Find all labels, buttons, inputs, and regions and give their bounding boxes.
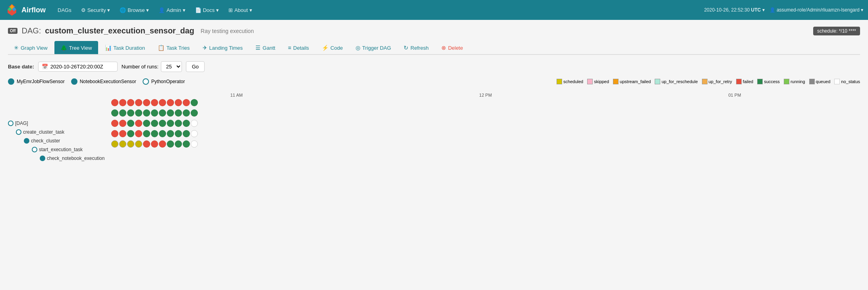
cell[interactable] [119,120,126,127]
tree-node-check-cluster[interactable]: check_cluster [24,138,111,144]
tab-gantt[interactable]: ☰ Gantt [249,41,281,54]
tab-details[interactable]: ≡ Details [282,41,315,54]
cell[interactable] [119,130,126,137]
cell[interactable] [127,120,134,127]
cell[interactable] [111,130,118,137]
cell[interactable] [151,99,158,106]
nav-docs[interactable]: 📄 Docs ▾ [191,5,223,16]
cell[interactable] [183,120,190,127]
cell[interactable] [183,99,190,106]
nav-security[interactable]: ⚙ Security ▾ [77,5,114,16]
cell[interactable] [191,120,198,127]
cell[interactable] [135,99,142,106]
tab-code[interactable]: ⚡ Code [316,41,349,54]
nav-datetime[interactable]: 2020-10-26, 22:52:30 UTC ▾ [704,7,764,13]
cell[interactable] [111,140,118,148]
cell[interactable] [175,109,182,117]
nav-admin[interactable]: 👤 Admin ▾ [155,5,189,16]
cell[interactable] [111,120,118,127]
cell[interactable] [127,140,134,148]
gantt-icon: ☰ [255,45,261,51]
cell[interactable] [143,109,150,117]
dag-subtitle: Ray testing execution [201,28,254,34]
tab-graph-view[interactable]: ✳ Graph View [8,41,54,54]
time-12pm: 12 PM [479,93,492,97]
legend-failed: failed [736,79,753,84]
cell[interactable] [191,140,198,148]
tab-trigger-dag[interactable]: ◎ Trigger DAG [350,41,397,54]
cell[interactable] [135,140,142,148]
cell[interactable] [135,130,142,137]
tab-refresh[interactable]: ↻ Refresh [398,41,435,54]
cell[interactable] [183,109,190,117]
cell[interactable] [143,140,150,148]
dag-node-circle [8,121,14,126]
cell[interactable] [191,130,198,137]
cell[interactable] [151,109,158,117]
controls: Base date: 📅 Number of runs: 25 10 50 Go [8,61,860,72]
dag-label: DAG: [21,26,41,35]
cell[interactable] [143,120,150,127]
cell[interactable] [175,120,182,127]
cell[interactable] [159,109,166,117]
cell[interactable] [191,109,198,117]
cell[interactable] [143,130,150,137]
cell[interactable] [119,109,126,117]
cell[interactable] [183,130,190,137]
operator-notebook: NotebookExecutionSensor [71,78,136,85]
cell[interactable] [135,109,142,117]
cell[interactable] [159,130,166,137]
go-button[interactable]: Go [186,61,205,72]
base-date-input[interactable] [50,64,114,70]
nav-browse[interactable]: 🌐 Browse ▾ [116,5,153,16]
cell[interactable] [167,130,174,137]
tab-landing-times[interactable]: ✈ Landing Times [197,41,249,54]
cell[interactable] [175,130,182,137]
nav-user[interactable]: 👤 assumed-role/Admin/rliuamzn-lsengard ▾ [769,7,863,13]
logo[interactable]: Airflow [5,3,46,17]
num-runs-select[interactable]: 25 10 50 [161,61,182,72]
cell[interactable] [183,140,190,148]
cell[interactable] [135,120,142,127]
globe-icon: 🌐 [120,7,126,13]
cell[interactable] [159,99,166,106]
cell[interactable] [167,120,174,127]
cell[interactable] [191,99,198,106]
cell[interactable] [151,140,158,148]
tab-task-duration[interactable]: 📊 Task Duration [99,41,151,54]
cell[interactable] [127,99,134,106]
python-dot [143,78,149,85]
tree-view-area: [DAG] create_cluster_task check_cluster … [8,93,860,164]
tab-tree-view[interactable]: 🌲 Tree View [54,41,98,54]
cell[interactable] [167,140,174,148]
gear-icon: ⚙ [81,7,86,13]
cell[interactable] [119,140,126,148]
cell[interactable] [119,99,126,106]
cell[interactable] [111,109,118,117]
nav-about[interactable]: ⊞ About ▾ [224,5,256,16]
tree-node-create-cluster[interactable]: create_cluster_task [16,129,111,135]
tab-task-tries[interactable]: 📋 Task Tries [152,41,196,54]
cell[interactable] [175,140,182,148]
legend-queued: queued [809,79,831,84]
dag-status-badge[interactable]: Off [8,28,17,34]
cell[interactable] [151,120,158,127]
nav-dags[interactable]: DAGs [54,5,75,16]
cell[interactable] [151,130,158,137]
main-content: Off DAG: custom_cluster_execution_sensor… [0,20,868,171]
cell[interactable] [159,140,166,148]
tree-node-check-notebook[interactable]: check_notebook_execution [40,156,111,161]
cell[interactable] [175,99,182,106]
legend-up-for-reschedule: up_for_reschedule [655,79,698,84]
cell[interactable] [127,109,134,117]
cell[interactable] [127,130,134,137]
nav-items: DAGs ⚙ Security ▾ 🌐 Browse ▾ 👤 Admin ▾ 📄… [54,5,704,16]
cell[interactable] [167,109,174,117]
cell[interactable] [159,120,166,127]
tab-delete[interactable]: ⊗ Delete [435,41,469,54]
tree-node-start-execution[interactable]: start_execution_task [32,147,111,152]
cell[interactable] [167,99,174,106]
cell[interactable] [111,99,118,106]
cell[interactable] [143,99,150,106]
tree-node-dag[interactable]: [DAG] [8,121,111,126]
